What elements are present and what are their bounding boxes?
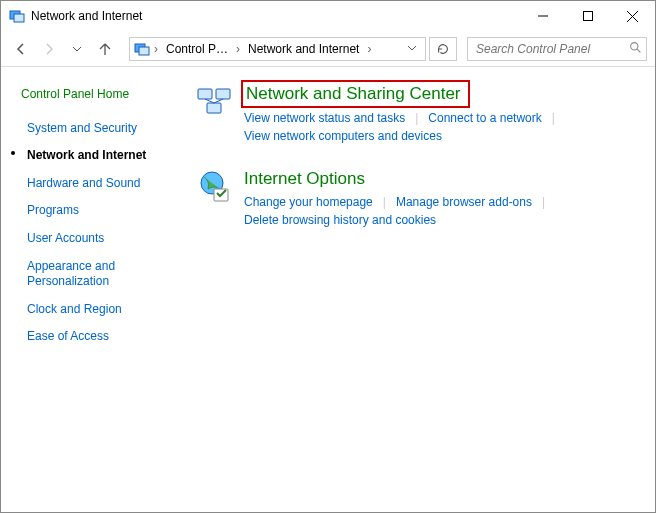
breadcrumb-network-internet[interactable]: Network and Internet bbox=[244, 42, 363, 56]
window-title: Network and Internet bbox=[31, 9, 142, 23]
sidebar-item-appearance[interactable]: Appearance and Personalization bbox=[21, 253, 186, 296]
sidebar-item-system-security[interactable]: System and Security bbox=[21, 115, 186, 143]
main-content: Network and Sharing Center View network … bbox=[196, 67, 655, 512]
breadcrumb-control-panel[interactable]: Control P… bbox=[162, 42, 232, 56]
connect-network-link[interactable]: Connect to a network bbox=[428, 109, 541, 127]
svg-point-8 bbox=[631, 42, 638, 49]
section-internet-options: Internet Options Change your homepage | … bbox=[196, 169, 635, 229]
address-dropdown-icon[interactable] bbox=[407, 42, 421, 56]
manage-addons-link[interactable]: Manage browser add-ons bbox=[396, 193, 532, 211]
svg-rect-10 bbox=[198, 89, 212, 99]
svg-line-9 bbox=[637, 49, 640, 52]
body: Control Panel Home System and Security N… bbox=[1, 67, 655, 512]
view-computers-devices-link[interactable]: View network computers and devices bbox=[244, 127, 442, 145]
back-button[interactable] bbox=[9, 37, 33, 61]
sidebar: Control Panel Home System and Security N… bbox=[1, 67, 196, 512]
chevron-right-icon[interactable]: › bbox=[152, 42, 160, 56]
sidebar-item-network-internet[interactable]: Network and Internet bbox=[21, 142, 186, 170]
sidebar-control-panel-home[interactable]: Control Panel Home bbox=[21, 81, 186, 109]
divider: | bbox=[532, 195, 555, 209]
sidebar-item-hardware-sound[interactable]: Hardware and Sound bbox=[21, 170, 186, 198]
change-homepage-link[interactable]: Change your homepage bbox=[244, 193, 373, 211]
up-button[interactable] bbox=[93, 37, 117, 61]
address-icon bbox=[134, 41, 150, 57]
address-bar[interactable]: › Control P… › Network and Internet › bbox=[129, 37, 426, 61]
toolbar: › Control P… › Network and Internet › bbox=[1, 31, 655, 67]
control-panel-icon bbox=[9, 8, 25, 24]
maximize-button[interactable] bbox=[565, 1, 610, 31]
titlebar: Network and Internet bbox=[1, 1, 655, 31]
internet-options-link[interactable]: Internet Options bbox=[244, 169, 635, 189]
recent-dropdown[interactable] bbox=[65, 37, 89, 61]
sidebar-item-user-accounts[interactable]: User Accounts bbox=[21, 225, 186, 253]
svg-rect-1 bbox=[14, 14, 24, 22]
search-icon[interactable] bbox=[629, 41, 642, 57]
internet-options-icon bbox=[196, 169, 232, 205]
divider: | bbox=[542, 111, 565, 125]
search-input[interactable] bbox=[474, 41, 629, 57]
svg-rect-12 bbox=[207, 103, 221, 113]
chevron-right-icon[interactable]: › bbox=[365, 42, 373, 56]
svg-line-14 bbox=[214, 99, 223, 103]
close-button[interactable] bbox=[610, 1, 655, 31]
sidebar-item-ease-of-access[interactable]: Ease of Access bbox=[21, 323, 186, 351]
forward-button[interactable] bbox=[37, 37, 61, 61]
svg-rect-7 bbox=[139, 47, 149, 55]
search-box[interactable] bbox=[467, 37, 647, 61]
divider: | bbox=[405, 111, 428, 125]
sidebar-item-programs[interactable]: Programs bbox=[21, 197, 186, 225]
section-network-sharing: Network and Sharing Center View network … bbox=[196, 83, 635, 145]
view-network-status-link[interactable]: View network status and tasks bbox=[244, 109, 405, 127]
network-sharing-icon bbox=[196, 83, 232, 119]
divider: | bbox=[373, 195, 396, 209]
refresh-button[interactable] bbox=[429, 37, 457, 61]
svg-rect-3 bbox=[583, 12, 592, 21]
delete-history-link[interactable]: Delete browsing history and cookies bbox=[244, 211, 436, 229]
chevron-right-icon[interactable]: › bbox=[234, 42, 242, 56]
svg-rect-11 bbox=[216, 89, 230, 99]
svg-line-13 bbox=[205, 99, 214, 103]
sidebar-item-clock-region[interactable]: Clock and Region bbox=[21, 296, 186, 324]
network-sharing-center-link[interactable]: Network and Sharing Center bbox=[244, 83, 467, 105]
minimize-button[interactable] bbox=[520, 1, 565, 31]
